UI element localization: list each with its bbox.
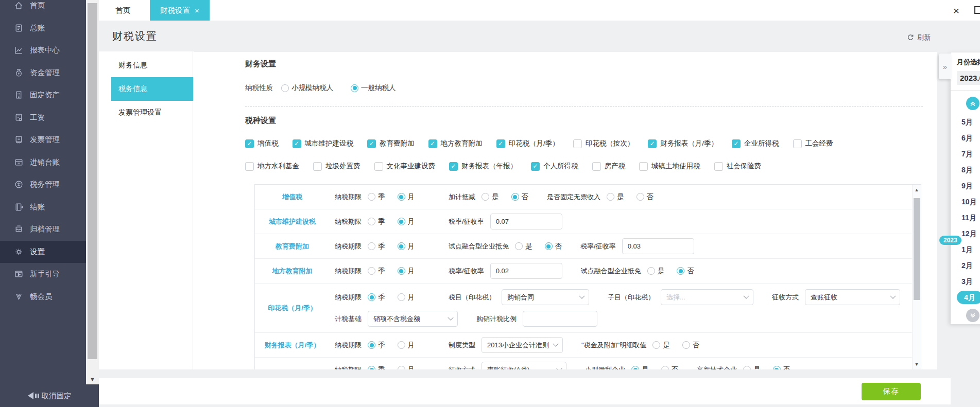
checkbox-unchecked[interactable] [313, 162, 322, 171]
checkbox-item[interactable]: 地方水利基金 [245, 162, 299, 171]
radio-option[interactable]: 月 [398, 293, 415, 302]
radio-unselected[interactable] [661, 366, 669, 369]
radio-unselected[interactable] [652, 341, 660, 349]
checkbox-checked[interactable]: ✓ [293, 139, 301, 148]
sidebar-item-closing[interactable]: 结账 [0, 196, 86, 219]
month-item-1[interactable]: 1月 [957, 242, 980, 258]
radio-option[interactable]: 是 [743, 365, 761, 370]
radio-selected[interactable] [398, 193, 405, 201]
radio-selected[interactable] [631, 366, 639, 369]
month-item-5[interactable]: 5月 [957, 114, 980, 130]
panel-collapse-icon[interactable]: » [939, 54, 951, 79]
select-dropdown[interactable]: 查账征收(A类) [482, 362, 566, 369]
checkbox-item[interactable]: 房产税 [592, 162, 626, 171]
radio-unselected[interactable] [682, 341, 690, 349]
subnav-item-0[interactable]: 财务信息 [111, 54, 193, 77]
text-input[interactable] [622, 238, 694, 254]
table-scrollbar-up-icon[interactable]: ▲ [913, 187, 921, 192]
radio-option[interactable]: 季 [368, 217, 385, 226]
radio-option[interactable]: 是 [607, 192, 624, 202]
checkbox-checked[interactable]: ✓ [732, 139, 741, 148]
tab-0[interactable]: 首页 [107, 0, 139, 21]
radio-option[interactable]: 季 [368, 242, 385, 251]
table-scrollbar-down-icon[interactable]: ▼ [913, 362, 921, 367]
sidebar-item-report[interactable]: 报表中心 [0, 39, 86, 62]
month-item-2[interactable]: 2月 [957, 258, 980, 274]
checkbox-checked[interactable]: ✓ [428, 139, 437, 148]
save-button[interactable]: 保存 [862, 383, 921, 400]
radio-option[interactable]: 季 [368, 365, 385, 370]
checkbox-item[interactable]: 文化事业建设费 [374, 162, 436, 171]
month-item-7[interactable]: 7月 [957, 146, 980, 162]
checkbox-checked[interactable]: ✓ [531, 162, 540, 171]
checkbox-item[interactable]: 社会保险费 [714, 162, 762, 171]
checkbox-item[interactable]: 城镇土地使用税 [639, 162, 700, 171]
checkbox-unchecked[interactable] [245, 162, 254, 171]
radio-unselected[interactable] [398, 366, 405, 369]
text-input[interactable] [490, 214, 562, 229]
sidebar-item-archive[interactable]: 归档管理 [0, 218, 86, 241]
radio-selected[interactable] [398, 218, 405, 225]
radio-option[interactable]: 月 [398, 242, 415, 251]
month-item-3[interactable]: 3月 [957, 274, 980, 290]
checkbox-checked[interactable]: ✓ [496, 139, 505, 148]
checkbox-checked[interactable]: ✓ [367, 139, 376, 148]
window-maximize-icon[interactable] [974, 6, 980, 14]
sidebar-item-guide[interactable]: 新手引导 [0, 263, 86, 286]
month-item-6[interactable]: 6月 [957, 130, 980, 146]
sidebar-item-funds[interactable]: 资金管理 [0, 62, 86, 84]
months-scroll-up-button[interactable] [966, 97, 979, 110]
radio-option[interactable]: 季 [368, 267, 385, 276]
radio-option[interactable]: 是 [515, 242, 532, 251]
radio-unselected[interactable] [647, 267, 655, 275]
text-input[interactable] [523, 311, 597, 327]
radio-unselected[interactable] [482, 193, 489, 201]
radio-selected[interactable] [398, 242, 405, 250]
radio-option[interactable]: 一般纳税人 [351, 83, 396, 93]
checkbox-unchecked[interactable] [573, 139, 582, 148]
checkbox-unchecked[interactable] [793, 139, 802, 148]
radio-selected[interactable] [545, 242, 553, 250]
checkbox-item[interactable]: ✓财务报表（月/季） [648, 139, 718, 148]
radio-option[interactable]: 是 [652, 341, 670, 350]
radio-option[interactable]: 否 [773, 365, 790, 370]
radio-option[interactable]: 否 [511, 192, 529, 202]
radio-option[interactable]: 季 [368, 293, 385, 302]
select-dropdown[interactable]: 2013小企业会计准则 [482, 337, 563, 353]
sidebar-scrollbar-down-icon[interactable]: ▼ [86, 376, 99, 382]
month-item-9[interactable]: 9月 [957, 178, 980, 194]
sidebar-scrollbar-thumb[interactable] [88, 3, 97, 359]
checkbox-checked[interactable]: ✓ [648, 139, 657, 148]
radio-option[interactable]: 小规模纳税人 [281, 83, 333, 93]
radio-option[interactable]: 否 [661, 365, 679, 370]
table-scrollbar-thumb[interactable] [914, 198, 920, 300]
refresh-button[interactable]: 刷新 [907, 33, 931, 42]
radio-option[interactable]: 季 [368, 341, 385, 350]
months-scroll-down-button[interactable] [966, 309, 979, 322]
radio-selected[interactable] [398, 267, 405, 275]
radio-unselected[interactable] [637, 193, 644, 201]
checkbox-item[interactable]: 垃圾处置费 [313, 162, 360, 171]
radio-unselected[interactable] [281, 84, 289, 92]
checkbox-item[interactable]: ✓教育费附加 [367, 139, 415, 148]
sidebar-item-settings[interactable]: 设置 [0, 241, 86, 263]
text-input[interactable] [490, 263, 562, 279]
radio-selected[interactable] [351, 84, 358, 92]
radio-unselected[interactable] [368, 193, 375, 201]
radio-unselected[interactable] [368, 267, 375, 275]
subnav-item-1[interactable]: 税务信息 [111, 77, 193, 101]
sidebar-item-ledger[interactable]: 总账 [0, 17, 86, 40]
checkbox-checked[interactable]: ✓ [449, 162, 458, 171]
checkbox-checked[interactable]: ✓ [245, 139, 254, 148]
tab-1[interactable]: 财税设置× [150, 0, 210, 21]
radio-selected[interactable] [368, 293, 375, 301]
radio-option[interactable]: 月 [398, 341, 415, 350]
checkbox-unchecked[interactable] [374, 162, 383, 171]
radio-option[interactable]: 月 [398, 217, 415, 226]
sidebar-item-home[interactable]: 首页 [0, 0, 86, 17]
month-item-10[interactable]: 10月 [957, 194, 980, 210]
radio-option[interactable]: 月 [398, 365, 415, 370]
radio-option[interactable]: 是 [647, 267, 665, 276]
checkbox-item[interactable]: ✓城市维护建设税 [293, 139, 354, 148]
radio-unselected[interactable] [607, 193, 614, 201]
